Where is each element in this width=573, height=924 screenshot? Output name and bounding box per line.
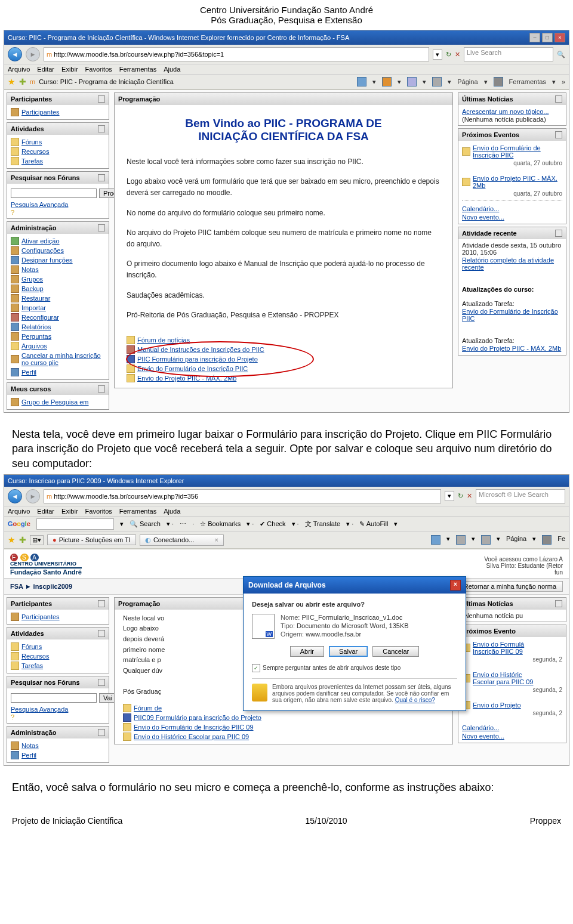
admin-link[interactable]: Perfil	[21, 751, 36, 759]
chevron-right-icon[interactable]: »	[562, 78, 565, 85]
menu-edit[interactable]: Editar	[37, 508, 54, 515]
new-event-link[interactable]: Novo evento...	[462, 213, 562, 221]
collapse-icon[interactable]	[555, 95, 562, 103]
course-link[interactable]: Grupo de Pesquisa em	[21, 398, 89, 406]
save-button[interactable]: Salvar	[329, 646, 368, 657]
tools-menu[interactable]: Ferramentas	[509, 78, 546, 85]
collapse-icon[interactable]	[555, 131, 562, 138]
refresh-icon[interactable]: ↻	[458, 492, 463, 500]
open-button[interactable]: Abrir	[290, 646, 324, 657]
close-icon[interactable]: ×	[554, 33, 565, 42]
admin-link[interactable]: Restaurar	[21, 294, 50, 302]
admin-link[interactable]: Backup	[21, 285, 44, 293]
google-search-btn[interactable]: Search	[140, 520, 161, 527]
forum-search-input[interactable]	[11, 188, 97, 198]
admin-link[interactable]: Importar	[21, 304, 46, 312]
link[interactable]: Fórum de	[134, 704, 162, 712]
collapse-icon[interactable]	[555, 600, 562, 607]
event-link[interactable]: Envio do Históric Escolar para PIIC 09	[473, 670, 534, 686]
participantes-link[interactable]: Participantes	[21, 108, 60, 116]
formulario-link[interactable]: PIIC Formulário para inscrição do Projet…	[137, 355, 258, 363]
google-check[interactable]: Check	[267, 520, 285, 527]
search-go-icon[interactable]: 🔍	[557, 51, 565, 58]
favorites-star-icon[interactable]: ★	[8, 535, 16, 545]
link[interactable]: Envio do Formulário de Inscrição PIIC 09	[134, 723, 254, 731]
google-search-input[interactable]	[36, 518, 114, 530]
event-link[interactable]: Envio do Projeto PIIC - MÁX. 2Mb	[473, 174, 562, 190]
menu-favorites[interactable]: Favoritos	[85, 66, 112, 73]
risk-link[interactable]: Qual é o risco?	[395, 697, 435, 703]
admin-link[interactable]: Arquivos	[21, 342, 47, 350]
menu-edit[interactable]: Editar	[37, 66, 54, 73]
add-favorite-icon[interactable]: ✚	[19, 535, 26, 545]
add-topic-link[interactable]: Acrescentar um novo tópico...	[462, 107, 562, 116]
page-menu[interactable]: Página	[457, 78, 478, 85]
back-button[interactable]: ◄	[8, 489, 22, 503]
admin-link[interactable]: Ativar edição	[21, 237, 60, 245]
dialog-close-icon[interactable]: ×	[450, 580, 461, 591]
collapse-icon[interactable]	[98, 125, 105, 132]
update-link[interactable]: Envio do Projeto PIIC - MÁX. 2Mb	[462, 344, 562, 353]
admin-link[interactable]: Cancelar a minha inscrição no curso piic	[21, 351, 105, 367]
manual-link[interactable]: Manual de Instruções de Inscrições do PI…	[137, 345, 264, 354]
admin-link[interactable]: Designar funções	[21, 256, 73, 264]
forum-link[interactable]: Fórum de notícias	[137, 336, 190, 344]
collapse-icon[interactable]	[98, 729, 105, 736]
collapse-icon[interactable]	[98, 385, 105, 393]
gear-icon[interactable]	[542, 535, 552, 545]
rss-icon[interactable]	[382, 77, 392, 86]
tab-2[interactable]: ◐Conectando...×	[140, 534, 224, 546]
link[interactable]: Fóruns	[21, 642, 42, 651]
url-input[interactable]: m http://www.moodle.fsa.br/course/view.p…	[44, 47, 429, 61]
link[interactable]: PIIC09 Formulário para inscrição do Proj…	[134, 713, 261, 722]
print-icon[interactable]	[432, 77, 442, 86]
link[interactable]: Tarefas	[21, 662, 43, 670]
menu-file[interactable]: Arquivo	[8, 66, 30, 73]
live-search-input[interactable]: Live Search	[464, 47, 553, 61]
google-autofill[interactable]: AutoFill	[366, 520, 389, 527]
menu-favorites[interactable]: Favoritos	[85, 508, 112, 515]
home-icon[interactable]	[357, 77, 366, 86]
advanced-search-link[interactable]: Pesquisa Avançada	[11, 705, 105, 713]
google-bookmarks[interactable]: Bookmarks	[208, 520, 241, 527]
always-ask-checkbox[interactable]: ✓	[252, 664, 260, 672]
url-input[interactable]: m http://www.moodle.fsa.br/course/view.p…	[44, 489, 441, 503]
admin-link[interactable]: Notas	[21, 265, 39, 274]
browser-tab[interactable]: Curso: PIIC - Programa de Iniciação Cien…	[39, 78, 174, 85]
calendar-link[interactable]: Calendário...	[462, 724, 562, 732]
admin-link[interactable]: Configurações	[21, 246, 64, 255]
menu-help[interactable]: Ajuda	[164, 66, 180, 73]
admin-link[interactable]: Perguntas	[21, 332, 51, 341]
minimize-icon[interactable]: –	[529, 33, 540, 42]
collapse-icon[interactable]	[98, 630, 105, 637]
forward-button[interactable]: ►	[26, 489, 40, 503]
update-link[interactable]: Envio do Formulário de Inscrição PIIC	[462, 307, 562, 323]
recursos-link[interactable]: Recursos	[21, 147, 49, 156]
admin-link[interactable]: Notas	[21, 741, 39, 750]
mail-icon[interactable]	[407, 77, 417, 86]
print-icon[interactable]	[481, 535, 491, 545]
envio-form-link[interactable]: Envio do Formulário de Inscrição PIIC	[137, 364, 248, 373]
event-link[interactable]: Envio do Projeto	[473, 701, 521, 709]
admin-link[interactable]: Reconfigurar	[21, 313, 59, 322]
rss-icon[interactable]	[456, 535, 466, 545]
favorites-star-icon[interactable]: ★	[8, 77, 16, 86]
foruns-link[interactable]: Fóruns	[21, 138, 42, 146]
add-favorite-icon[interactable]: ✚	[19, 77, 26, 86]
cancel-button[interactable]: Cancelar	[372, 646, 419, 657]
tabs-grid-icon[interactable]: ⊞▾	[30, 535, 44, 545]
forum-search-input[interactable]	[11, 693, 97, 703]
participantes-link[interactable]: Participantes	[21, 613, 60, 621]
back-button[interactable]: ◄	[8, 47, 22, 61]
admin-link[interactable]: Perfil	[21, 368, 36, 376]
menu-tools[interactable]: Ferramentas	[119, 508, 156, 515]
google-translate[interactable]: Translate	[313, 520, 340, 527]
menu-view[interactable]: Exibir	[61, 508, 78, 515]
menu-tools[interactable]: Ferramentas	[119, 66, 156, 73]
envio-projeto-link[interactable]: Envio do Projeto PIIC - MÁX. 2Mb	[137, 374, 236, 382]
new-event-link[interactable]: Novo evento...	[462, 732, 562, 740]
breadcrumb[interactable]: FSA ► inscpiic2009	[10, 583, 72, 590]
collapse-icon[interactable]	[98, 600, 105, 607]
tarefas-link[interactable]: Tarefas	[21, 157, 43, 165]
gear-icon[interactable]	[494, 77, 503, 86]
